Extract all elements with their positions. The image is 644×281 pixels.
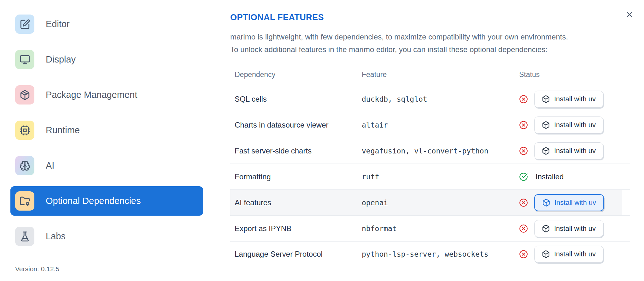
- install-button-label: Install with uv: [554, 147, 596, 155]
- box-icon: [542, 121, 550, 129]
- sidebar-item-optional-dependencies[interactable]: Optional Dependencies: [10, 186, 203, 216]
- install-with-uv-button[interactable]: Install with uv: [534, 91, 603, 108]
- sidebar-item-label: Runtime: [46, 125, 80, 135]
- not-installed-icon: [519, 250, 528, 259]
- box-icon: [542, 224, 550, 233]
- dependency-cell: Export as IPYNB: [235, 224, 362, 233]
- install-button-label: Install with uv: [554, 121, 596, 129]
- description-line-1: marimo is lightweight, with few dependen…: [230, 33, 568, 41]
- table-row: Language Server Protocol python-lsp-serv…: [230, 241, 630, 267]
- box-icon: [542, 250, 550, 258]
- sidebar-item-label: Labs: [46, 231, 66, 242]
- box-icon: [542, 199, 550, 207]
- status-cell: Installed: [519, 172, 630, 181]
- install-button-label: Install with uv: [554, 95, 596, 103]
- installed-icon: [519, 172, 528, 181]
- status-cell: Install with uv: [519, 194, 630, 211]
- sidebar-item-package-management[interactable]: Package Management: [10, 80, 203, 110]
- sidebar-item-runtime[interactable]: Runtime: [10, 116, 203, 145]
- not-installed-icon: [519, 224, 528, 233]
- sidebar-item-editor[interactable]: Editor: [10, 9, 203, 39]
- feature-cell: altair: [362, 121, 519, 129]
- description: marimo is lightweight, with few dependen…: [230, 31, 630, 56]
- column-header-status: Status: [519, 70, 630, 79]
- feature-cell: openai: [362, 199, 519, 207]
- close-button[interactable]: [623, 8, 636, 21]
- sidebar-item-label: Optional Dependencies: [46, 196, 141, 206]
- table-row: SQL cells duckdb, sqlglot Install with u…: [230, 86, 630, 112]
- package-icon: [15, 85, 34, 105]
- status-cell: Install with uv: [519, 220, 630, 237]
- dependency-cell: Fast server-side charts: [235, 146, 362, 155]
- status-cell: Install with uv: [519, 91, 630, 108]
- install-with-uv-button[interactable]: Install with uv: [534, 194, 604, 211]
- table-row: Charts in datasource viewer altair Insta…: [230, 112, 630, 138]
- install-with-uv-button[interactable]: Install with uv: [534, 220, 603, 237]
- box-icon: [542, 95, 550, 103]
- status-cell: Install with uv: [519, 117, 630, 134]
- table-row: Fast server-side charts vegafusion, vl-c…: [230, 138, 630, 164]
- feature-cell: nbformat: [362, 224, 519, 233]
- feature-cell: duckdb, sqlglot: [362, 95, 519, 103]
- close-icon: [625, 10, 634, 19]
- install-with-uv-button[interactable]: Install with uv: [534, 117, 603, 134]
- install-button-label: Install with uv: [554, 199, 596, 207]
- feature-cell: python-lsp-server, websockets: [362, 250, 519, 258]
- table-row: AI features openai Install with uv: [230, 189, 630, 215]
- page-title: OPTIONAL FEATURES: [230, 13, 630, 22]
- dependency-cell: Charts in datasource viewer: [235, 121, 362, 129]
- description-line-2: To unlock additional features in the mar…: [230, 45, 547, 54]
- optional-features-panel: OPTIONAL FEATURES marimo is lightweight,…: [215, 0, 644, 281]
- dependencies-table: Dependency Feature Status SQL cells duck…: [230, 65, 630, 267]
- sidebar-item-label: Display: [46, 54, 76, 65]
- settings-sidebar: Editor Display Package Management Runtim…: [0, 0, 215, 281]
- install-button-label: Install with uv: [554, 250, 596, 258]
- not-installed-icon: [519, 121, 528, 129]
- installed-label: Installed: [536, 172, 564, 181]
- sidebar-item-labs[interactable]: Labs: [10, 222, 203, 251]
- feature-cell: ruff: [362, 173, 519, 181]
- not-installed-icon: [519, 95, 528, 104]
- table-row: Formatting ruff Installed: [230, 164, 630, 189]
- brain-icon: [15, 156, 34, 175]
- folder-cog-icon: [15, 191, 34, 211]
- table-body: SQL cells duckdb, sqlglot Install with u…: [230, 86, 630, 267]
- cpu-icon: [15, 121, 34, 140]
- table-row: Export as IPYNB nbformat Install with uv: [230, 215, 630, 241]
- install-button-label: Install with uv: [554, 224, 596, 233]
- sidebar-item-label: Package Management: [46, 90, 137, 100]
- feature-cell: vegafusion, vl-convert-python: [362, 147, 519, 155]
- sidebar-item-label: Editor: [46, 19, 70, 29]
- sidebar-item-ai[interactable]: AI: [10, 151, 203, 180]
- sidebar-item-display[interactable]: Display: [10, 45, 203, 74]
- edit-icon: [15, 15, 34, 34]
- dependency-cell: Language Server Protocol: [235, 250, 362, 259]
- monitor-icon: [15, 50, 34, 69]
- column-header-feature: Feature: [362, 70, 519, 79]
- dependency-cell: Formatting: [235, 172, 362, 181]
- sidebar-nav: Editor Display Package Management Runtim…: [0, 9, 215, 251]
- status-cell: Install with uv: [519, 142, 630, 159]
- box-icon: [542, 147, 550, 155]
- column-header-dependency: Dependency: [235, 70, 362, 79]
- version-label: Version: 0.12.5: [15, 265, 59, 273]
- flask-icon: [15, 227, 34, 246]
- not-installed-icon: [519, 198, 528, 207]
- install-with-uv-button[interactable]: Install with uv: [534, 142, 603, 159]
- install-with-uv-button[interactable]: Install with uv: [534, 246, 603, 263]
- table-header-row: Dependency Feature Status: [230, 65, 630, 86]
- dependency-cell: AI features: [235, 198, 362, 207]
- status-cell: Install with uv: [519, 246, 630, 263]
- dependency-cell: SQL cells: [235, 95, 362, 104]
- sidebar-item-label: AI: [46, 160, 54, 171]
- not-installed-icon: [519, 146, 528, 155]
